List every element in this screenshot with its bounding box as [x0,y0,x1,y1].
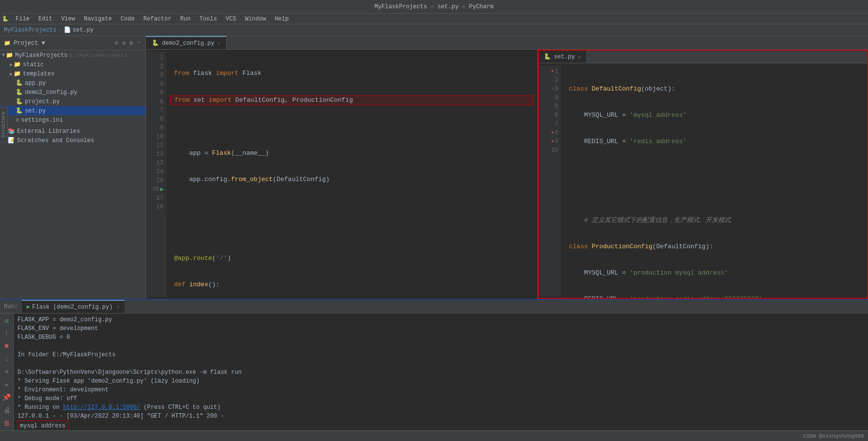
console-line-5: In folder E:/MyFlaskProjects [18,350,864,359]
menu-run[interactable]: Run [176,15,195,23]
tab-demo2config[interactable]: 🐍 demo2_config.py ✕ [146,36,227,49]
pin-button[interactable]: 📌 [1,393,12,403]
sidebar-header: 📁 Project ▼ ⊙ ⇅ ⚙ − [0,36,145,51]
bottom-panel: Run: ▶ Flask (demo2_config.py) ✕ ↺ ↑ ■ ↓… [0,299,868,430]
right-code-line-1: class DefaultConfig(object): [565,85,864,93]
menu-vcs[interactable]: VCS [222,15,240,23]
stop-button[interactable]: ■ [1,341,12,351]
right-code-line-5 [565,190,864,199]
structure-tab-label[interactable]: Structure [0,108,7,142]
tab-setpy[interactable]: 🐍 set.py ✕ [538,50,587,63]
tree-arrow-static: ▶ [10,62,13,68]
structure-tab[interactable]: Structure [0,107,8,142]
code-line-3 [170,123,533,131]
menu-tools[interactable]: Tools [195,15,221,23]
tree-static[interactable]: ▶ 📁 static [0,60,145,69]
bottom-content: ↺ ↑ ■ ↓ ≡ ⇌ 📌 🖨 🗑 FLASK_APP = demo2_conf… [0,313,868,430]
tree-root[interactable]: ▼ 📁 MyFlaskProjects E:\MyFlaskProjects [0,51,145,60]
status-bar: CSDN @xiongsheng666 [0,430,868,441]
left-code-content: from flask import Flask from set import … [166,52,537,297]
sidebar-title: Project ▼ [14,40,111,47]
console-line-12: 127.0.0.1 - - [03/Apr/2022 20:13:40] "GE… [18,412,864,421]
rerun-button[interactable]: ↺ [1,315,12,325]
right-tab-bar: 🐍 set.py ✕ [538,50,868,63]
right-editor-pane: 🐍 set.py ✕ ● 1 2 ○ 3 4 5 6 7 ● 8 [537,50,868,299]
folder-icon: 📁 [4,40,11,46]
tree-setpy[interactable]: 🐍 set.py [0,106,145,115]
file-icon-breadcrumb: 📄 [64,27,71,34]
tree-arrow-templates: ▶ [10,71,13,77]
breadcrumb-project[interactable]: MyFlaskProjects [4,27,56,34]
tree-apppy[interactable]: 🐍 app.py [0,78,145,88]
sidebar-locate-icon[interactable]: ⊙ [114,38,119,48]
localhost-link[interactable]: http://127.0.0.1:5000/ [63,404,140,411]
code-line-5: app.config.from_object(DefaultConfig) [170,175,533,184]
right-code-content: class DefaultConfig(object): MYSQL_URL =… [561,65,868,297]
wrap-button[interactable]: ⇌ [1,380,12,389]
menu-help[interactable]: Help [271,15,293,23]
clear-button[interactable]: 🗑 [1,419,12,428]
scroll-up-button[interactable]: ↑ [1,328,12,338]
code-line-1: from flask import Flask [170,69,533,78]
left-code-area[interactable]: 1 2 3 4 5 6 7 8 9 10 11 12 13 14 [146,50,537,299]
demo2-file-icon: 🐍 [16,89,23,96]
editor-area: 🐍 demo2_config.py ✕ 1 2 3 4 5 6 7 [146,36,868,299]
console-line-7: D:\Software\PythonVenv\Djangoone\Scripts… [18,368,864,377]
menu-navigate[interactable]: Navigate [80,15,116,23]
sidebar: 📁 Project ▼ ⊙ ⇅ ⚙ − ▼ 📁 MyFlaskProjects … [0,36,146,299]
menu-view[interactable]: View [57,15,79,23]
setpy-file-icon: 🐍 [16,107,23,114]
run-tab[interactable]: ▶ Flask (demo2_config.py) ✕ [22,300,124,313]
menu-bar: 🐍 File Edit View Navigate Code Refactor … [0,14,868,24]
tree-settingsini-label: settings.ini [21,117,63,124]
settings-file-icon: ⚙ [16,116,19,124]
menu-refactor[interactable]: Refactor [140,15,176,23]
tree-projectpy[interactable]: 🐍 project.py [0,97,145,106]
templates-folder-icon: 📁 [14,70,21,77]
right-code-line-8: MYSQL_URL = 'production mysql address' [565,269,864,277]
project-folder-icon: 📁 [6,52,13,59]
code-line-8: @app.route('/') [170,254,533,263]
tab-demo2-close[interactable]: ✕ [217,40,220,46]
console-line-10: * Debug mode: off [18,394,864,403]
run-tab-icon: ▶ [27,303,30,311]
console-line-mysql: mysql address [18,421,864,430]
sidebar-settings-icon[interactable]: ⚙ [129,38,134,48]
tree-templates[interactable]: ▶ 📁 templates [0,69,145,78]
breadcrumb-separator: › [58,27,62,34]
app-icon: 🐍 [2,16,9,22]
tree-settingsini[interactable]: ⚙ settings.ini [0,115,145,125]
tab-setpy-close[interactable]: ✕ [578,54,581,60]
menu-code[interactable]: Code [117,15,139,23]
right-code-line-7: class ProductionConfig(DefaultConfig): [565,242,864,251]
print-button[interactable]: 🖨 [1,405,12,415]
tree-ext-lib-label: External Libraries [17,128,80,135]
menu-window[interactable]: Window [241,15,270,23]
right-code-area[interactable]: ● 1 2 ○ 3 4 5 6 7 ● 8 ● 9 10 class Defau… [538,63,868,299]
run-tab-close[interactable]: ✕ [117,304,120,310]
sidebar-collapse-icon[interactable]: ⇅ [121,38,126,48]
menu-edit[interactable]: Edit [35,15,56,23]
status-right: CSDN @xiongsheng666 [803,433,864,439]
sidebar-close-icon[interactable]: − [136,38,142,48]
tree-scratches[interactable]: ▶ 📝 Scratches and Consoles [0,136,145,145]
tab-setpy-label: set.py [554,54,575,60]
menu-file[interactable]: File [12,15,34,23]
apppy-file-icon: 🐍 [16,79,23,87]
console-line-2: FLASK_ENV = development [18,324,864,333]
right-code-line-4 [565,164,864,172]
console-output: FLASK_APP = demo2_config.py FLASK_ENV = … [14,313,868,430]
right-code-line-3: REDIS_URL = 'redis address' [565,137,864,146]
console-line-4 [18,342,864,350]
tree-arrow-root: ▼ [2,53,5,58]
align-button[interactable]: ≡ [1,367,12,377]
scratches-icon: 📝 [8,137,15,144]
right-code-line-2: MYSQL_URL = 'mysql address' [565,111,864,120]
tab-demo2-icon: 🐍 [152,39,159,47]
tree-demo2config[interactable]: 🐍 demo2_config.py [0,88,145,97]
right-line-numbers: ● 1 2 ○ 3 4 5 6 7 ● 8 ● 9 10 [538,65,561,297]
mysql-address-box: mysql address [18,421,68,430]
tree-external-libraries[interactable]: ▶ 📚 External Libraries [0,127,145,136]
console-line-6 [18,359,864,368]
scroll-down-button[interactable]: ↓ [1,354,12,364]
